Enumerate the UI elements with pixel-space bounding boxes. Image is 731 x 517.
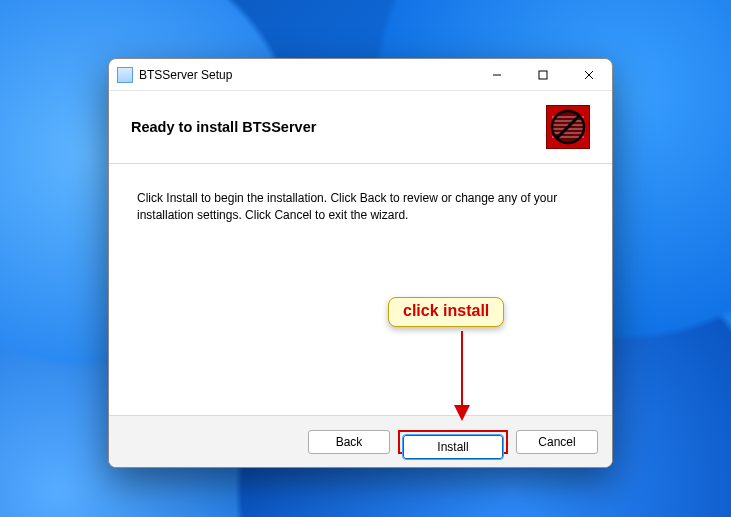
dialog-body: Click Install to begin the installation.… xyxy=(109,164,612,415)
annotation-text: click install xyxy=(403,302,489,319)
cancel-button[interactable]: Cancel xyxy=(516,430,598,454)
install-highlight-box: Install xyxy=(398,430,508,454)
annotation-callout: click install xyxy=(388,297,504,327)
product-logo xyxy=(546,105,590,149)
svg-rect-1 xyxy=(539,71,547,79)
minimize-button[interactable] xyxy=(474,59,520,90)
close-button[interactable] xyxy=(566,59,612,90)
logo-icon xyxy=(550,109,586,145)
back-button[interactable]: Back xyxy=(308,430,390,454)
minimize-icon xyxy=(492,70,502,80)
maximize-icon xyxy=(538,70,548,80)
installer-dialog: BTSServer Setup Ready to install BTSServ… xyxy=(108,58,613,468)
dialog-header: Ready to install BTSServer xyxy=(109,91,612,164)
window-title: BTSServer Setup xyxy=(139,68,232,82)
close-icon xyxy=(584,70,594,80)
app-icon xyxy=(117,67,133,83)
instruction-text: Click Install to begin the installation.… xyxy=(137,190,584,225)
dialog-footer: Back Install Cancel xyxy=(109,415,612,467)
maximize-button[interactable] xyxy=(520,59,566,90)
titlebar: BTSServer Setup xyxy=(109,59,612,91)
page-title: Ready to install BTSServer xyxy=(131,119,316,135)
window-controls xyxy=(474,59,612,90)
install-button[interactable]: Install xyxy=(403,435,503,459)
